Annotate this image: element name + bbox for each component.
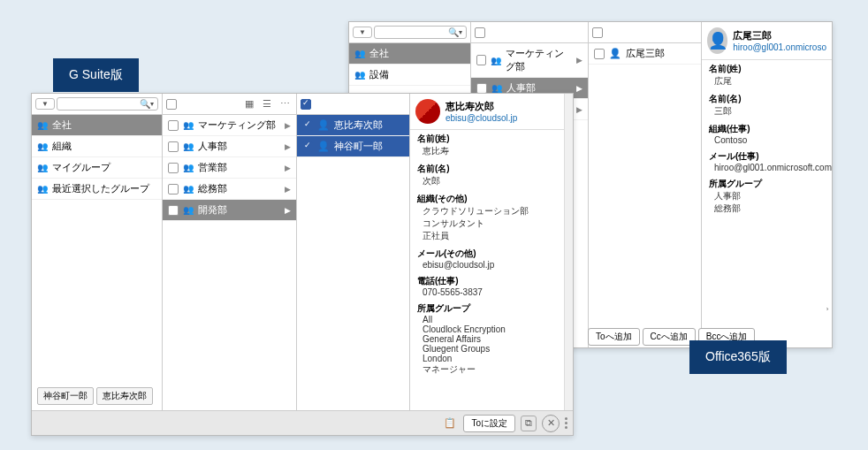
field-value: 広尾 — [709, 75, 825, 88]
group-item[interactable]: 👥マーケティング部▶ — [163, 115, 296, 136]
copy-icon[interactable]: 📋 — [442, 416, 458, 431]
person-hiroo[interactable]: 👤広尾三郎 — [589, 43, 701, 65]
gsuite-label: G Suite版 — [53, 58, 139, 92]
search-input[interactable]: 🔍▾ — [374, 26, 467, 39]
sidebar-mygroup[interactable]: 👥マイグループ — [32, 157, 162, 179]
field-value: コンサルタント — [417, 217, 566, 230]
person-icon: 👤 — [609, 48, 621, 59]
detail-name: 恵比寿次郎 — [445, 100, 517, 113]
people-icon: 👥 — [183, 205, 194, 215]
list-icon[interactable]: ☰ — [259, 96, 275, 112]
field-value: London — [417, 354, 566, 363]
field-label: 名前(名) — [709, 93, 825, 105]
field-value: General Affairs — [417, 334, 566, 344]
scroll-right[interactable]: › — [823, 305, 832, 316]
scope-dropdown[interactable]: ▼ — [35, 98, 55, 110]
field-value: 人事部 — [709, 190, 825, 202]
search-icon: 🔍 — [448, 27, 459, 37]
field-value: Contoso — [709, 135, 825, 145]
close-icon[interactable]: ✕ — [542, 415, 560, 432]
field-label: 所属グループ — [709, 178, 825, 190]
detail-header: 👤 広尾三郎 hiroo@gl001.onmicroso — [702, 22, 832, 60]
field-label: 組織(仕事) — [709, 123, 825, 135]
person-icon: 👤 — [317, 119, 330, 131]
checkbox[interactable] — [475, 27, 485, 38]
group-item[interactable]: 👥営業部▶ — [163, 157, 296, 179]
to-set-button[interactable]: Toに設定 — [463, 415, 515, 432]
field-label: 電話(仕事) — [417, 275, 566, 287]
avatar: 👤 — [707, 27, 727, 54]
people-icon: 👥 — [37, 163, 48, 172]
chip[interactable]: 神谷町一郎 — [37, 387, 94, 405]
field-value: ebisu@cloudsol.jp — [417, 260, 566, 270]
bottom-bar: 📋 Toに設定 ⧉ ✕ — [32, 410, 573, 435]
chevron-right-icon: ▶ — [576, 84, 582, 93]
field-value: クラウドソリューション部 — [417, 205, 566, 217]
group-marketing[interactable]: 👥マーケティング部▶ — [471, 43, 588, 78]
field-label: メール(仕事) — [709, 150, 825, 163]
detail-email[interactable]: ebisu@cloudsol.jp — [445, 113, 517, 123]
people-icon: 👥 — [354, 70, 365, 80]
chip[interactable]: 恵比寿次郎 — [96, 387, 153, 405]
field-value: 正社員 — [417, 230, 566, 242]
field-value: hiroo@gl001.onmicrosoft.com — [709, 163, 825, 172]
person-icon: 👤 — [317, 141, 330, 152]
field-label: 名前(姓) — [417, 133, 566, 145]
checkbox[interactable] — [166, 99, 177, 110]
chevron-right-icon: ▶ — [285, 185, 291, 194]
front-toolbar-1: ▼ 🔍▾ — [32, 94, 162, 115]
people-icon: 👥 — [37, 120, 48, 130]
people-icon: 👥 — [183, 163, 194, 172]
search-icon: 🔍 — [140, 99, 150, 109]
cc-add-button[interactable]: Ccへ追加 — [643, 328, 696, 346]
chevron-right-icon: ▶ — [285, 142, 291, 151]
detail-email[interactable]: hiroo@gl001.onmicroso — [733, 42, 826, 52]
field-value: Cloudlock Encryption — [417, 324, 566, 334]
more-icon[interactable]: ⋯ — [277, 96, 293, 112]
field-value: All — [417, 315, 566, 324]
people-icon: 👥 — [354, 49, 365, 58]
group-item[interactable]: 👥人事部▶ — [163, 136, 296, 157]
field-value: 次郎 — [417, 175, 566, 187]
sidebar-org[interactable]: 👥組織 — [32, 136, 162, 157]
sidebar-item-equip[interactable]: 👥設備 — [349, 65, 470, 86]
people-icon: 👥 — [491, 83, 502, 93]
more-icon[interactable] — [565, 417, 567, 429]
people-icon: 👥 — [183, 141, 194, 151]
group-item[interactable]: 👥総務部▶ — [163, 179, 296, 200]
field-value: 総務部 — [709, 202, 825, 215]
person-kamiya[interactable]: 👤神谷町一郎 — [297, 136, 409, 157]
chevron-right-icon: ▶ — [576, 105, 582, 114]
sidebar-item-all[interactable]: 👥全社 — [349, 43, 470, 65]
field-label: メール(その他) — [417, 248, 566, 260]
scrollbar[interactable] — [564, 94, 573, 410]
chevron-right-icon: ▶ — [285, 164, 291, 172]
person-ebisu[interactable]: 👤恵比寿次郎 — [297, 115, 409, 136]
chevron-down-icon: ▼ — [359, 28, 366, 36]
avatar — [415, 99, 440, 124]
to-add-button[interactable]: Toへ追加 — [588, 328, 640, 346]
group-item[interactable]: 👥開発部▶ — [163, 200, 296, 221]
detail-name: 広尾三郎 — [733, 29, 826, 42]
contact-detail: 👤 広尾三郎 hiroo@gl001.onmicroso 名前(姓)広尾名前(名… — [702, 22, 832, 347]
field-label: 名前(姓) — [709, 63, 825, 75]
chevron-right-icon: ▶ — [576, 56, 582, 65]
sidebar-all[interactable]: 👥全社 — [32, 115, 162, 136]
chevron-right-icon: ▶ — [285, 121, 291, 130]
field-label: 名前(名) — [417, 163, 566, 175]
window-icon[interactable]: ⧉ — [521, 416, 537, 431]
checkbox[interactable] — [592, 27, 603, 38]
contact-detail: 恵比寿次郎 ebisu@cloudsol.jp 名前(姓)恵比寿名前(名)次郎組… — [410, 94, 573, 410]
field-value: 恵比寿 — [417, 145, 566, 157]
chevron-down-icon: ▼ — [42, 100, 49, 108]
checkbox-all[interactable] — [301, 99, 311, 110]
field-label: 所属グループ — [417, 302, 566, 315]
sidebar-recent[interactable]: 👥最近選択したグループ — [32, 179, 162, 200]
selected-chips: 神谷町一郎 恵比寿次郎 — [37, 387, 153, 405]
back-toolbar-1: ▼ 🔍▾ — [349, 22, 470, 43]
field-value: 070-5565-3837 — [417, 287, 566, 297]
search-input[interactable]: 🔍▾ — [57, 97, 158, 111]
scope-dropdown[interactable]: ▼ — [353, 27, 372, 38]
grid-icon[interactable]: ▦ — [241, 96, 257, 112]
field-label: 組織(その他) — [417, 193, 566, 205]
